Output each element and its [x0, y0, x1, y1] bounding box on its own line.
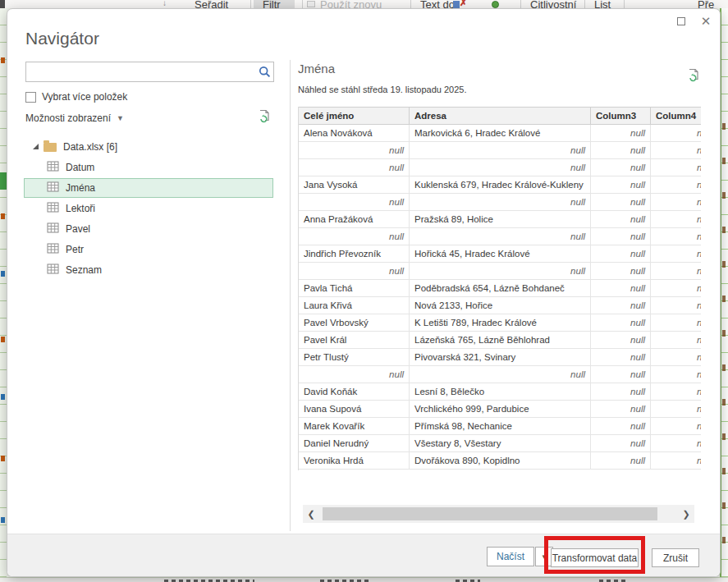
table-row: nullnullnullnull [299, 194, 701, 211]
table-cell: Vrchlického 999, Pardubice [410, 401, 591, 417]
cell-fragment [722, 399, 726, 406]
tree-root-dataxlsx[interactable]: Data.xlsx [6] [24, 137, 273, 157]
close-button[interactable]: ✕ [695, 12, 717, 30]
tree-root-label: Data.xlsx [6] [63, 141, 117, 153]
table-cell: Přímská 98, Nechanice [410, 418, 591, 434]
table-cell-null: null [591, 418, 651, 434]
table-cell: Laura Křivá [299, 297, 410, 314]
preview-table: Celé jménoAdresaColumn3Column4Alena Nová… [298, 107, 701, 470]
horizontal-scrollbar[interactable]: ❮ ❯ [303, 505, 694, 523]
load-button[interactable]: Načíst [487, 547, 534, 566]
sheet-grid-icon [47, 242, 59, 257]
reapply-icon [307, 1, 315, 7]
table-cell-null: null [591, 435, 651, 451]
search-input[interactable] [26, 66, 255, 78]
table-cell-null: null [591, 332, 651, 348]
preview-subtitle: Náhled se stáhl středa 19. listopadu 202… [298, 85, 466, 94]
table-row: nullnullnullnull [299, 263, 701, 280]
ribbon-divider [410, 0, 411, 8]
cell-fragment [1, 271, 5, 277]
scroll-left-arrow-icon[interactable]: ❮ [303, 505, 319, 523]
cancel-button[interactable]: Zrušit [652, 548, 699, 567]
table-cell-null: null [651, 452, 701, 469]
scroll-right-arrow-icon[interactable]: ❯ [678, 505, 694, 523]
table-row: nullnullnullnull [299, 159, 701, 176]
column-header-celé-jméno: Celé jméno [299, 108, 410, 124]
table-cell: Markovická 6, Hradec Králové [410, 125, 591, 141]
table-row: David KoňákLesní 8, Bělečkonullnull [299, 383, 701, 401]
expand-triangle-icon[interactable] [33, 144, 39, 149]
table-row: nullnullnullnull [299, 366, 701, 383]
table-row: Alena NovákováMarkovická 6, Hradec Králo… [299, 125, 701, 142]
tree-item-seznam[interactable]: Seznam [24, 260, 273, 280]
multi-select-label: Vybrat více položek [42, 91, 127, 103]
maximize-button[interactable] [671, 12, 692, 30]
tree-item-jména[interactable]: Jména [24, 178, 273, 198]
ribbon-item-list[interactable]: List [594, 0, 611, 8]
table-cell-null: null [651, 263, 701, 279]
table-cell: Marek Kovařík [299, 418, 410, 434]
table-cell-null: null [591, 125, 651, 141]
table-cell-null: null [651, 125, 701, 141]
search-box [25, 62, 274, 82]
scrollbar-thumb[interactable] [323, 507, 657, 520]
table-cell: David Koňák [299, 383, 410, 400]
table-cell-null: null [591, 142, 651, 158]
table-cell: Poděbradská 654, Lázně Bohdaneč [410, 280, 591, 296]
ribbon-item-sort[interactable]: Seřadit [195, 0, 228, 8]
table-header-row: Celé jménoAdresaColumn3Column4 [299, 107, 701, 125]
cell-fragment [722, 468, 726, 474]
tree-item-petr[interactable]: Petr [24, 240, 273, 259]
table-cell-null: null [591, 401, 651, 417]
ribbon-divider [584, 0, 585, 8]
table-cell-null: null [591, 280, 651, 296]
tree-item-pavel[interactable]: Pavel [24, 219, 273, 239]
ribbon-item-sensitivity[interactable]: Citlivostní [530, 0, 576, 8]
table-cell-null: null [299, 366, 410, 383]
table-cell-null: null [591, 159, 651, 176]
ribbon-icon-fragment [0, 0, 5, 8]
preview-title: Jména [298, 62, 335, 76]
table-cell-null: null [651, 245, 701, 262]
tree-item-datum[interactable]: Datum [24, 158, 273, 177]
worksheet-edge-bottom [0, 577, 728, 582]
multi-select-checkbox[interactable] [25, 92, 36, 103]
table-cell-null: null [651, 418, 701, 434]
refresh-icon[interactable] [258, 109, 272, 127]
close-icon: ✕ [701, 14, 712, 29]
search-icon[interactable] [255, 63, 273, 81]
ribbon-item-text-to[interactable]: Text do [420, 0, 455, 8]
table-cell-null: null [651, 176, 701, 193]
table-cell-null: null [651, 142, 701, 158]
worksheet-green-cell [0, 172, 7, 190]
cell-fragment [722, 330, 726, 337]
table-cell-null: null [651, 401, 701, 417]
table-cell-null: null [591, 211, 651, 227]
table-cell-null: null [591, 452, 651, 469]
display-options-dropdown[interactable]: Možnosti zobrazení ▼ [25, 112, 124, 124]
table-row: Pavel VrbovskýK Letišti 789, Hradec Král… [299, 314, 701, 332]
ribbon-divider [520, 0, 521, 8]
table-cell-null: null [651, 280, 701, 296]
ribbon-item-pre[interactable]: Pře [698, 0, 714, 8]
table-cell-null: null [591, 349, 651, 365]
sort-icon: ↓ [163, 0, 167, 7]
ribbon-divider [250, 0, 251, 8]
sheet-grid-icon [47, 201, 59, 216]
preview-refresh-icon[interactable] [687, 68, 701, 86]
ribbon-item-filter[interactable]: Filtr [263, 0, 281, 8]
tree-item-lektoři[interactable]: Lektoři [24, 199, 273, 218]
table-cell-null: null [591, 366, 651, 383]
tree-item-label: Pavel [66, 223, 90, 235]
table-cell-null: null [651, 314, 701, 331]
sheet-grid-icon [47, 160, 59, 175]
sheet-grid-icon [47, 263, 59, 277]
ribbon-divider [624, 0, 625, 8]
table-cell-null: null [299, 142, 410, 158]
table-cell-null: null [651, 211, 701, 227]
table-cell: Lesní 8, Bělečko [410, 383, 591, 400]
column-header-column3: Column3 [591, 108, 651, 124]
cell-fragment [722, 433, 726, 440]
table-cell: Veronika Hrdá [299, 452, 410, 469]
cell-fragment [1, 57, 5, 63]
